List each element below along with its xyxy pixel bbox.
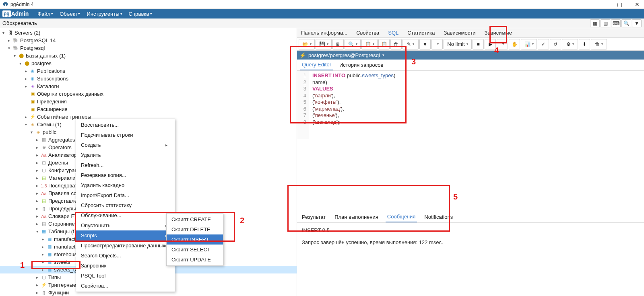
sql-editor[interactable]: 12345678 INSERT INTO public.sweets_types… (297, 71, 644, 139)
menu-help[interactable]: Справка▾ (126, 9, 155, 18)
context-menu[interactable]: Восстановить... Подсчитывать строки Созд… (76, 119, 175, 292)
ctx-delete-cascade[interactable]: Удалить каскадно (76, 180, 175, 190)
script-create[interactable]: Скрипт CREATE (167, 214, 223, 224)
connection-bar[interactable]: ⚡ postgres/postgres@Postgresql ▾ (297, 51, 644, 60)
menu-tools[interactable]: Инструменты▾ (83, 9, 125, 18)
tab-statistics[interactable]: Статистика (406, 30, 436, 36)
script-delete[interactable]: Скрипт DELETE (167, 224, 223, 234)
annotation-label-1: 1 (20, 261, 25, 270)
open-file-button[interactable]: 📂▾ (299, 39, 315, 49)
macro-button[interactable]: ⚙▾ (562, 39, 578, 49)
server-icon: 🐘 (12, 37, 19, 44)
foreign-table-icon: ▤ (41, 221, 47, 227)
explain-analyze-button[interactable]: 📊▾ (521, 39, 537, 49)
ctx-scripts[interactable]: Scripts▸ (76, 230, 175, 240)
grid-icon[interactable]: ▤ (601, 19, 610, 27)
node-extensions[interactable]: ▣Расширения (0, 105, 297, 113)
ctx-properties[interactable]: Свойства... (76, 281, 175, 291)
limit-select[interactable]: No limit▾ (444, 39, 472, 49)
commit-button[interactable]: ✓ (538, 39, 549, 49)
node-pg14[interactable]: ▸🐘PostgreSQL 14 (0, 37, 297, 44)
tab-messages[interactable]: Сообщения (386, 212, 417, 222)
copy-button[interactable]: 📋▾ (361, 39, 378, 49)
ctx-view-edit-data[interactable]: Просмотр/редактирование данных▸ (76, 240, 175, 251)
script-insert[interactable]: Скрипт INSERT (167, 234, 223, 245)
ctx-query-tool[interactable]: Запросник (76, 261, 175, 271)
search-icon[interactable]: 🔍 (621, 19, 631, 27)
tab-sql[interactable]: SQL (386, 30, 400, 36)
ctx-create[interactable]: Создать▸ (76, 140, 175, 150)
collation-icon: Aa (41, 190, 47, 197)
node-servers[interactable]: ▾🗄Servers (2) (0, 29, 297, 37)
ctx-maintenance[interactable]: Обслуживание... (76, 210, 175, 220)
ctx-delete[interactable]: Удалить (76, 150, 175, 160)
download-button[interactable]: ⬇ (579, 39, 590, 49)
filter-icon[interactable]: ▼ (632, 19, 642, 27)
tab-dependents[interactable]: Зависимые (483, 30, 514, 36)
menu-file[interactable]: Файл▾ (34, 9, 56, 18)
tab-dependencies[interactable]: Зависимости (442, 30, 477, 36)
menu-bar: pgAdmin Файл▾ Объект▾ Инструменты▾ Справ… (0, 9, 644, 18)
annotation-label-4: 4 (494, 46, 499, 55)
tab-query-editor[interactable]: Query Editor (300, 60, 333, 70)
stop-button[interactable]: ■ (473, 39, 484, 49)
panel-icon[interactable]: ▦ (590, 19, 600, 27)
procedure-icon: {} (41, 206, 47, 212)
script-select[interactable]: Скрипт SELECT (167, 245, 223, 255)
ctx-refresh[interactable]: Refresh... (76, 160, 175, 170)
filter-button[interactable]: ▼ (419, 39, 431, 49)
tab-query-history[interactable]: История запросов (338, 60, 385, 70)
close-button[interactable]: ✕ (633, 1, 642, 8)
ctx-count-rows[interactable]: Подсчитывать строки (76, 130, 175, 140)
menu-object[interactable]: Объект▾ (56, 9, 83, 18)
code-area[interactable]: INSERT INTO public.sweets_types( name) V… (309, 71, 398, 139)
node-subscriptions[interactable]: ▸◉Subscriptions (0, 75, 297, 82)
explain-button[interactable]: ✋ (509, 39, 520, 49)
browser-header: Обозреватель ▦ ▤ ⌨ 🔍 ▼ (0, 18, 644, 28)
tab-notifications[interactable]: Notifications (423, 212, 454, 222)
maximize-button[interactable]: ▢ (615, 1, 624, 8)
tab-result[interactable]: Результат (300, 212, 327, 222)
ctx-search-objects[interactable]: Search Objects... (76, 251, 175, 261)
annotation-label-5: 5 (453, 192, 458, 201)
ctx-truncate[interactable]: Опустошить▸ (76, 220, 175, 230)
node-databases[interactable]: ▾⬤Базы данных (1) (0, 52, 297, 60)
scripts-submenu[interactable]: Скрипт CREATE Скрипт DELETE Скрипт INSER… (166, 213, 223, 266)
tab-explain[interactable]: План выполнения (333, 212, 380, 222)
terminal-icon[interactable]: ⌨ (611, 19, 621, 27)
node-postgresql[interactable]: ▾🐘Postgresql (0, 44, 297, 52)
save-as-button[interactable]: 🗎 (332, 39, 344, 49)
function-icon: {} (41, 290, 47, 296)
save-button[interactable]: 💾▾ (316, 39, 332, 49)
matview-icon: ▤ (41, 175, 47, 181)
minimize-button[interactable]: — (597, 1, 606, 8)
node-foreign-wrappers[interactable]: ▣Обёртки сторонних данных (0, 90, 297, 98)
wrapper-icon: ▣ (29, 91, 36, 97)
ctx-reset-stats[interactable]: Сбросить статистику (76, 200, 175, 210)
publication-icon: ◉ (29, 68, 36, 74)
ctx-backup[interactable]: Резервная копия... (76, 170, 175, 180)
node-db-postgres[interactable]: ▾⬤postgres (0, 60, 297, 67)
object-browser[interactable]: ▾🗄Servers (2) ▸🐘PostgreSQL 14 ▾🐘Postgres… (0, 28, 297, 296)
node-catalogs[interactable]: ▸◈Каталоги (0, 82, 297, 90)
edit-button[interactable]: ✎▾ (402, 39, 419, 49)
paste-button[interactable]: 📋 (378, 39, 390, 49)
server-icon: 🐘 (12, 45, 19, 51)
find-button[interactable]: 🔍▾ (345, 39, 361, 49)
clear-button[interactable]: 🗑▾ (591, 39, 607, 49)
ctx-import-export[interactable]: Import/Export Data... (76, 190, 175, 200)
node-publications[interactable]: ▸◉Publications (0, 67, 297, 75)
filter-dd-button[interactable]: ▾ (431, 39, 443, 49)
fts-parser-icon: Aa (41, 152, 47, 158)
ctx-psql-tool[interactable]: PSQL Tool (76, 271, 175, 281)
tab-properties[interactable]: Свойства (355, 30, 381, 36)
tab-dashboard[interactable]: Панель информа... (299, 30, 349, 36)
ctx-restore[interactable]: Восстановить... (76, 120, 175, 130)
window-title: pgAdmin 4 (10, 2, 597, 7)
script-update[interactable]: Скрипт UPDATE (167, 255, 223, 265)
line-gutter: 12345678 (297, 71, 309, 139)
rollback-button[interactable]: ↺ (550, 39, 561, 49)
delete-button[interactable]: 🗑 (390, 39, 402, 49)
node-casts[interactable]: ▣Приведения (0, 98, 297, 105)
database-group-icon: ⬤ (18, 53, 25, 59)
